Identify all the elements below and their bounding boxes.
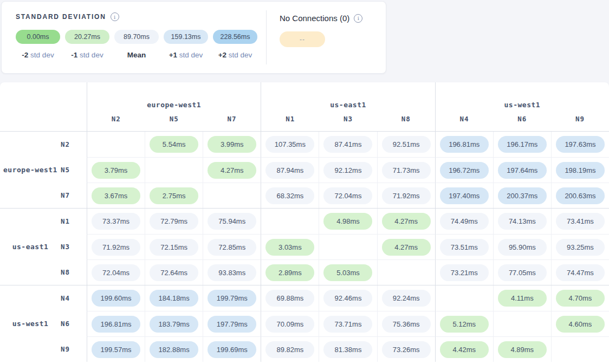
latency-pill[interactable]: 2.75ms	[150, 187, 198, 204]
latency-pill[interactable]: 72.04ms	[323, 187, 372, 204]
latency-pill[interactable]: 200.63ms	[556, 187, 605, 204]
latency-pill[interactable]: 93.83ms	[208, 264, 256, 281]
latency-pill[interactable]: 197.63ms	[556, 136, 605, 153]
latency-cell	[435, 285, 493, 311]
latency-pill[interactable]: 95.90ms	[498, 239, 547, 256]
info-icon[interactable]: i	[111, 12, 119, 21]
latency-pill[interactable]: 5.54ms	[150, 136, 198, 153]
latency-pill[interactable]: 184.18ms	[150, 290, 198, 307]
latency-pill[interactable]: 68.32ms	[265, 187, 314, 204]
matrix-body: europe-west1N25.54ms3.99ms107.35ms87.41m…	[0, 131, 609, 362]
latency-pill[interactable]: 3.03ms	[265, 239, 314, 256]
latency-pill[interactable]: 72.04ms	[92, 264, 140, 281]
latency-pill[interactable]: 182.88ms	[150, 341, 198, 358]
latency-cell: 4.27ms	[203, 157, 261, 183]
latency-pill[interactable]: 196.17ms	[498, 136, 547, 153]
latency-cell: 73.37ms	[87, 209, 145, 234]
latency-pill[interactable]: 71.92ms	[92, 239, 140, 256]
row-group-us-east1: us-east1N173.37ms72.79ms75.94ms4.98ms4.2…	[0, 208, 609, 285]
latency-pill[interactable]: 107.35ms	[265, 136, 314, 153]
latency-cell: 5.54ms	[145, 132, 203, 157]
latency-pill[interactable]: 199.79ms	[208, 290, 256, 307]
latency-pill[interactable]: 4.11ms	[498, 290, 547, 307]
latency-pill[interactable]: 72.15ms	[150, 239, 198, 256]
latency-pill[interactable]: 87.41ms	[323, 136, 372, 153]
latency-pill[interactable]: 5.12ms	[440, 316, 489, 333]
latency-pill[interactable]: 3.79ms	[92, 162, 140, 179]
latency-cell: 87.41ms	[319, 132, 377, 157]
row-group-us-west1: us-west1N4199.60ms184.18ms199.79ms69.88m…	[0, 285, 609, 362]
latency-pill[interactable]: 199.57ms	[92, 341, 140, 358]
latency-pill[interactable]: 4.27ms	[208, 162, 256, 179]
info-icon[interactable]: i	[354, 14, 362, 23]
latency-pill[interactable]: 71.73ms	[382, 162, 431, 179]
latency-cell: 72.04ms	[319, 183, 377, 208]
matrix-corner-cell	[0, 82, 87, 131]
latency-pill[interactable]: 72.85ms	[208, 239, 256, 256]
latency-cell: 199.60ms	[87, 285, 145, 311]
latency-pill[interactable]: 198.19ms	[556, 162, 605, 179]
latency-pill[interactable]: 73.41ms	[556, 213, 605, 230]
latency-pill[interactable]: 74.47ms	[556, 264, 605, 281]
latency-cell: 73.21ms	[435, 259, 493, 285]
latency-pill[interactable]: 4.60ms	[556, 316, 605, 333]
latency-pill[interactable]: 73.51ms	[440, 239, 489, 256]
latency-pill[interactable]: 3.99ms	[208, 136, 256, 153]
latency-cell: 2.75ms	[145, 183, 203, 208]
latency-pill[interactable]: 199.60ms	[92, 290, 140, 307]
latency-pill[interactable]: 72.79ms	[150, 213, 198, 230]
region-row-label: us-west1	[0, 285, 61, 362]
latency-pill[interactable]: 196.81ms	[440, 136, 489, 153]
latency-pill[interactable]: 73.21ms	[440, 264, 489, 281]
latency-pill[interactable]: 4.42ms	[440, 341, 489, 358]
latency-pill[interactable]: 75.36ms	[382, 316, 431, 333]
latency-pill[interactable]: 4.89ms	[498, 341, 547, 358]
latency-pill[interactable]: 4.27ms	[382, 213, 431, 230]
latency-pill[interactable]: 72.64ms	[150, 264, 198, 281]
std-dev-label: -1 std dev	[65, 51, 109, 59]
latency-cell: 71.92ms	[87, 234, 145, 259]
latency-pill[interactable]: 73.26ms	[382, 341, 431, 358]
latency-pill[interactable]: 197.64ms	[498, 162, 547, 179]
latency-pill[interactable]: 89.82ms	[265, 341, 314, 358]
latency-pill[interactable]: 69.88ms	[265, 290, 314, 307]
latency-pill[interactable]: 77.05ms	[498, 264, 547, 281]
latency-pill[interactable]: 74.13ms	[498, 213, 547, 230]
latency-pill[interactable]: 73.71ms	[323, 316, 372, 333]
latency-pill[interactable]: 70.09ms	[265, 316, 314, 333]
latency-pill[interactable]: 73.37ms	[92, 213, 140, 230]
latency-pill[interactable]: 196.81ms	[92, 316, 140, 333]
latency-pill[interactable]: 4.98ms	[323, 213, 372, 230]
latency-cell	[145, 157, 203, 183]
latency-pill[interactable]: 196.72ms	[440, 162, 489, 179]
latency-pill[interactable]: 93.25ms	[556, 239, 605, 256]
latency-cell: 4.70ms	[551, 285, 609, 311]
latency-cell: 74.49ms	[435, 209, 493, 234]
latency-pill[interactable]: 92.51ms	[382, 136, 431, 153]
latency-cell: 72.79ms	[145, 209, 203, 234]
latency-pill[interactable]: 200.37ms	[498, 187, 547, 204]
latency-pill[interactable]: 74.49ms	[440, 213, 489, 230]
latency-pill[interactable]: 75.94ms	[208, 213, 256, 230]
latency-cell: 73.41ms	[551, 209, 609, 234]
latency-cell: 199.57ms	[87, 336, 145, 362]
latency-pill[interactable]: 199.69ms	[208, 341, 256, 358]
latency-pill[interactable]: 183.79ms	[150, 316, 198, 333]
std-dev-label: +1 std dev	[164, 51, 208, 59]
latency-pill[interactable]: 197.40ms	[440, 187, 489, 204]
latency-pill[interactable]: 197.79ms	[208, 316, 256, 333]
latency-pill[interactable]: 71.92ms	[382, 187, 431, 204]
latency-cell	[319, 234, 377, 259]
latency-cell	[377, 259, 435, 285]
latency-pill[interactable]: 4.27ms	[382, 239, 431, 256]
latency-pill[interactable]: 92.24ms	[382, 290, 431, 307]
latency-pill[interactable]: 92.12ms	[323, 162, 372, 179]
latency-pill[interactable]: 92.46ms	[323, 290, 372, 307]
column-header-n8: N8	[377, 115, 435, 123]
latency-pill[interactable]: 81.38ms	[323, 341, 372, 358]
latency-pill[interactable]: 87.94ms	[265, 162, 314, 179]
latency-pill[interactable]: 3.67ms	[92, 187, 140, 204]
latency-pill[interactable]: 4.70ms	[556, 290, 605, 307]
latency-pill[interactable]: 5.03ms	[323, 264, 372, 281]
latency-pill[interactable]: 2.89ms	[265, 264, 314, 281]
